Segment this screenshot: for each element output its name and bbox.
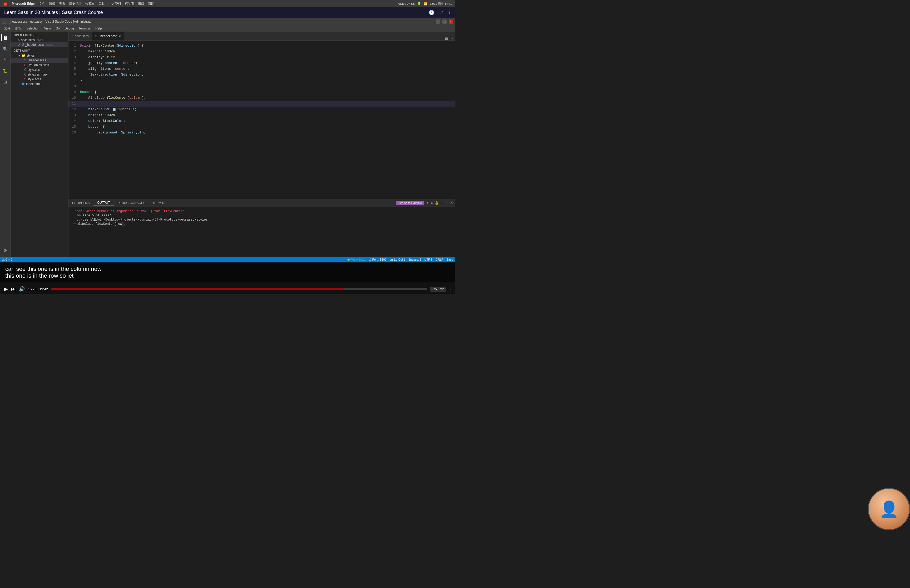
line-content-14: color: $textColor; <box>80 118 453 124</box>
sidebar-item-style-scss-2[interactable]: S style.scss <box>11 77 68 82</box>
vscode-window: ⬛ _header.scss - getsassy - Visual Studi… <box>0 18 455 262</box>
terminal-list-icon[interactable]: ≡ <box>431 201 433 205</box>
video-dropdown-arrow[interactable]: ▾ <box>449 288 451 291</box>
tab-close-button[interactable]: ✕ <box>119 35 121 38</box>
tab-output[interactable]: OUTPUT <box>94 200 114 206</box>
file-icon-header2: S <box>24 58 26 62</box>
settings-icon[interactable]: ⚙ <box>1 247 9 255</box>
menu-file[interactable]: 文件 <box>2 26 13 31</box>
menu-selection[interactable]: Selection <box>24 26 41 31</box>
menu-history[interactable]: 历史记录 <box>69 2 82 6</box>
sidebar-item-index-html[interactable]: 🔷 index.html <box>11 82 68 86</box>
terminal-dashes-line: -----------^ <box>73 226 451 230</box>
debug-icon[interactable]: 🐛 <box>1 67 9 75</box>
video-title-bar: Learn Sass In 20 Minutes | Sass Crash Co… <box>0 7 455 18</box>
app-name: Microsoft Edge <box>12 2 35 5</box>
terminal-close-icon[interactable]: ✕ <box>450 201 453 205</box>
line-number-15: 15 <box>71 124 80 130</box>
volume-button[interactable]: 🔊 <box>19 286 25 292</box>
restore-button[interactable]: ◻ <box>442 19 446 24</box>
mac-bar-right: 0KB/s 0KB/s 🔋 📶 13/12 周三 14:41 <box>398 2 452 6</box>
extensions-icon[interactable]: ⊞ <box>1 78 9 86</box>
sidebar-item-style-css[interactable]: C style.css <box>11 67 68 72</box>
file-icon-scss: S <box>18 38 20 42</box>
file-icon-css: C <box>24 68 27 72</box>
lang-status[interactable]: Sass <box>446 258 453 261</box>
terminal-path-line2: c:\Users\Edwin\Desktop\Projects\Mountain… <box>73 218 451 221</box>
progress-bar[interactable] <box>51 289 427 289</box>
status-errors: ⚠ 0 △ 0 <box>2 258 12 262</box>
tab-problems[interactable]: PROBLEMS <box>68 200 94 206</box>
sidebar-item-header-scss-2[interactable]: S _header.scss <box>11 58 68 63</box>
apple-icon[interactable]: 🍎 <box>3 2 8 6</box>
play-button[interactable]: ▶ <box>4 286 8 292</box>
next-button[interactable]: ⏭ <box>11 286 16 292</box>
terminal-lock-icon[interactable]: 🔒 <box>435 201 439 205</box>
window-controls[interactable]: ─ ◻ ✕ <box>436 19 453 24</box>
time-display: 15:23 / 19:42 <box>28 287 48 291</box>
tab-debug-console[interactable]: DEBUG CONSOLE <box>114 200 149 206</box>
search-icon[interactable]: 🔍 <box>1 45 9 53</box>
explorer-icon[interactable]: 📋 <box>1 34 9 42</box>
sidebar-item-variables[interactable]: S _variables.scss <box>11 63 68 67</box>
tab-style-scss[interactable]: S style.scss <box>68 32 92 40</box>
vscode-menu-bar: 文件 编辑 Selection View Go Debug Terminal H… <box>0 25 455 32</box>
git-icon[interactable]: ⑂ <box>1 56 9 64</box>
line-number-3: 3 <box>71 55 80 60</box>
getsassy-title: GETSASSY <box>11 47 68 53</box>
column-label: Column <box>430 287 446 292</box>
menu-edit[interactable]: 编辑 <box>13 26 24 31</box>
menu-go[interactable]: Go <box>53 26 62 31</box>
menu-tabs[interactable]: 标签页 <box>125 2 134 6</box>
tab-header-scss[interactable]: S _header.scss ✕ <box>92 32 124 40</box>
status-left: ⚠ 0 △ 0 <box>2 258 12 262</box>
menu-profile[interactable]: 个人资料 <box>108 2 121 6</box>
file-icon-scss-header: S <box>22 43 24 47</box>
mac-menus: 文件 编辑 查看 历史记录 收藏夹 工具 个人资料 标签页 窗口 帮助 <box>39 2 154 6</box>
menu-favorites[interactable]: 收藏夹 <box>85 2 95 6</box>
terminal-copy-icon[interactable]: ⊡ <box>441 201 443 205</box>
menu-terminal[interactable]: Terminal <box>77 26 93 31</box>
live-sass-dropdown[interactable]: Live Sass Compile <box>396 201 424 205</box>
menu-help[interactable]: 帮助 <box>148 2 154 6</box>
menu-view[interactable]: 查看 <box>59 2 65 6</box>
menu-tools[interactable]: 工具 <box>99 2 105 6</box>
port-status: ⬡ Port : 5500 <box>369 258 386 262</box>
index-html-label: index.html <box>26 82 40 86</box>
menu-view[interactable]: View <box>42 26 53 31</box>
sidebar-item-header-scss[interactable]: ✕ S _header.scss styles <box>11 42 68 47</box>
terminal-prompt-icon: >> <box>73 222 76 226</box>
file-icon-map: C <box>24 73 27 76</box>
close-button[interactable]: ✕ <box>449 19 453 24</box>
spaces-status: Spaces: 2 <box>408 258 421 261</box>
datetime: 13/12 周三 14:41 <box>430 2 452 6</box>
clock-icon: 🕐 <box>429 10 435 16</box>
menu-debug[interactable]: Debug <box>62 26 76 31</box>
more-actions-icon[interactable]: ⋯ <box>449 37 453 40</box>
sidebar-item-style-css-map[interactable]: C style.css.map <box>11 72 68 77</box>
line-number-1: 1 <box>71 43 80 49</box>
tab-terminal[interactable]: TERMINAL <box>149 200 172 206</box>
vscode-titlebar: ⬛ _header.scss - getsassy - Visual Studi… <box>0 18 455 25</box>
terminal-maximize-icon[interactable]: ⌃ <box>446 201 448 205</box>
line-number-2: 2 <box>71 49 80 55</box>
sidebar-folder-styles[interactable]: ▼ 📁 styles <box>11 53 68 58</box>
menu-file[interactable]: 文件 <box>39 2 45 6</box>
editor-area: S style.scss S _header.scss ✕ ⊡ ⋯ 1 <box>68 32 455 257</box>
vscode-title: _header.scss - getsassy - Visual Studio … <box>9 20 94 23</box>
sidebar-item-label: style.scss <box>21 38 35 42</box>
sidebar-item-style-scss[interactable]: S style.scss styles <box>11 38 68 42</box>
status-right: ⚡ Watching... ⬡ Port : 5500 Ln 11, Col 1… <box>347 258 453 262</box>
menu-edit[interactable]: 编辑 <box>49 2 55 6</box>
split-editor-icon[interactable]: ⊡ <box>445 37 448 40</box>
menu-help[interactable]: Help <box>93 26 104 31</box>
code-editor[interactable]: 1 @mixin flexCenter($direction) { 2 heig… <box>68 41 455 199</box>
menu-window[interactable]: 窗口 <box>138 2 144 6</box>
encoding-status: UTF-8 <box>425 258 433 261</box>
minimize-button[interactable]: ─ <box>436 19 440 24</box>
line-content-16: background: $primaryBtn; <box>80 130 453 136</box>
dropdown-arrow-icon[interactable]: ▼ <box>426 201 429 204</box>
line-content-7: } <box>80 78 453 84</box>
terminal-tab-right: Live Sass Compile ▼ ≡ 🔒 ⊡ ⌃ ✕ <box>394 201 455 205</box>
line-content-4: justify-content: center; <box>80 60 453 66</box>
